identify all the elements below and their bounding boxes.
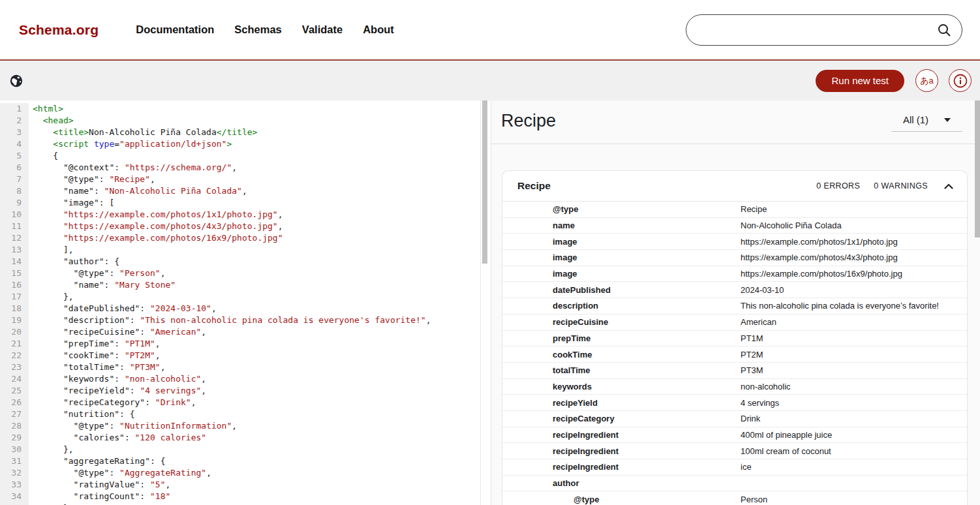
language-toggle-icon[interactable]: あa xyxy=(915,69,938,92)
property-name: description xyxy=(502,301,741,311)
line-number: 32 xyxy=(0,467,29,479)
code-text: "recipeCuisine": "American", xyxy=(29,326,206,338)
code-line: 22 "cookTime": "PT2M", xyxy=(0,350,491,361)
code-line: 20 "recipeCuisine": "American", xyxy=(0,326,491,338)
code-scrollbar-thumb[interactable] xyxy=(482,100,487,264)
results-scrollbar-thumb[interactable] xyxy=(975,100,980,237)
property-row: imagehttps://example.com/photos/1x1/phot… xyxy=(502,234,967,250)
property-value: ice xyxy=(741,462,752,472)
property-row: cookTimePT2M xyxy=(502,346,967,363)
property-name: recipeCuisine xyxy=(502,317,741,327)
property-value: American xyxy=(741,317,776,327)
line-number: 34 xyxy=(0,491,29,502)
property-row: recipeYield4 servings xyxy=(502,395,967,411)
line-number: 26 xyxy=(0,397,29,408)
property-value: 100ml cream of coconut xyxy=(741,446,831,456)
line-number: 13 xyxy=(0,244,29,256)
line-number: 8 xyxy=(0,185,29,197)
property-name: recipeIngredient xyxy=(502,430,741,440)
code-line: 33 "ratingValue": "5", xyxy=(0,479,491,491)
code-line: 24 "keywords": "non-alcoholic", xyxy=(0,373,491,385)
property-value: non-alcoholic xyxy=(741,382,791,391)
property-value: https://example.com/photos/4x3/photo.jpg xyxy=(741,252,898,262)
recipe-result-card: Recipe 0 ERRORS 0 WARNINGS @typeRecipena… xyxy=(502,170,968,505)
property-row: recipeCategoryDrink xyxy=(502,411,967,427)
code-line: 15 "@type": "Person", xyxy=(0,268,491,279)
code-text: "calories": "120 calories" xyxy=(29,432,206,444)
property-name: name xyxy=(502,221,741,230)
line-number: 12 xyxy=(0,232,29,244)
nav-link-documentation[interactable]: Documentation xyxy=(136,23,214,36)
line-number: 27 xyxy=(0,408,29,420)
results-panel: Recipe All (1) Recipe 0 ERRORS 0 WARNING… xyxy=(491,100,980,505)
code-text: "aggregateRating": { xyxy=(29,455,166,467)
errors-count: 0 ERRORS xyxy=(816,181,860,191)
line-number: 1 xyxy=(0,103,29,115)
search-input[interactable] xyxy=(686,14,962,46)
line-number: 33 xyxy=(0,479,29,491)
code-line: 7 "@type": "Recipe", xyxy=(0,174,491,185)
code-text: "keywords": "non-alcoholic", xyxy=(29,373,206,385)
line-number: 3 xyxy=(0,127,29,138)
code-editor[interactable]: 1<html>2 <head>3 <title>Non-Alcoholic Pi… xyxy=(0,100,491,505)
line-number: 30 xyxy=(0,444,29,455)
property-name: image xyxy=(502,237,741,247)
schema-org-logo[interactable]: Schema.org xyxy=(19,22,99,38)
line-number: 20 xyxy=(0,326,29,338)
property-name: recipeCategory xyxy=(502,414,741,423)
code-line: 6 "@context": "https://schema.org/", xyxy=(0,162,491,174)
type-filter-select[interactable]: All (1) xyxy=(891,114,962,132)
code-text: { xyxy=(29,150,58,162)
code-text: "description": "This non-alcoholic pina … xyxy=(29,314,431,326)
results-scrollbar xyxy=(975,100,980,505)
code-line: 1<html> xyxy=(0,103,491,115)
search-icon[interactable] xyxy=(936,22,952,38)
code-text: "author": { xyxy=(29,256,119,268)
code-line: 29 "calories": "120 calories" xyxy=(0,432,491,444)
line-number: 7 xyxy=(0,174,29,185)
property-row: author xyxy=(502,476,967,492)
nav-link-schemas[interactable]: Schemas xyxy=(234,23,281,36)
property-row: recipeIngredient400ml of pineapple juice xyxy=(502,427,967,444)
line-number: 4 xyxy=(0,138,29,150)
code-text: "recipeYield": "4 servings", xyxy=(29,385,206,397)
property-value: Person xyxy=(741,495,767,504)
code-scrollbar xyxy=(480,100,488,505)
property-value: PT1M xyxy=(741,333,763,343)
code-text: } xyxy=(29,502,69,505)
results-header: Recipe All (1) xyxy=(491,100,980,144)
info-icon[interactable] xyxy=(949,69,972,92)
line-number: 29 xyxy=(0,432,29,444)
code-text: <html> xyxy=(29,103,63,115)
line-number: 14 xyxy=(0,256,29,268)
run-new-test-button[interactable]: Run new test xyxy=(816,70,904,92)
nav-link-validate[interactable]: Validate xyxy=(302,23,343,36)
code-line: 31 "aggregateRating": { xyxy=(0,455,491,467)
validator-toolbar: Run new test あa xyxy=(0,61,980,100)
code-text: }, xyxy=(29,291,74,303)
nav-link-about[interactable]: About xyxy=(363,23,394,36)
code-line: 28 "@type": "NutritionInformation", xyxy=(0,420,491,432)
code-line: 23 "totalTime": "PT3M", xyxy=(0,361,491,373)
code-text: "@type": "Recipe", xyxy=(29,174,155,185)
property-value: https://example.com/photos/1x1/photo.jpg xyxy=(741,237,898,247)
property-name: author xyxy=(502,478,741,488)
code-text: "totalTime": "PT3M", xyxy=(29,361,166,373)
property-value: Non-Alcoholic Piña Colada xyxy=(741,221,842,230)
result-card-header[interactable]: Recipe 0 ERRORS 0 WARNINGS xyxy=(502,171,967,202)
line-number: 24 xyxy=(0,373,29,385)
property-name: @type xyxy=(502,204,741,214)
property-name: recipeYield xyxy=(502,398,741,408)
schema-org-validator-page: Schema.org DocumentationSchemasValidateA… xyxy=(0,0,980,505)
code-line: 17 }, xyxy=(0,291,491,303)
line-number: 25 xyxy=(0,385,29,397)
property-name: image xyxy=(502,269,741,279)
main-nav: DocumentationSchemasValidateAbout xyxy=(136,23,394,36)
chevron-up-icon[interactable] xyxy=(944,183,953,189)
code-line: 30 }, xyxy=(0,444,491,455)
code-text: "cookTime": "PT2M", xyxy=(29,350,161,361)
code-text: "ratingValue": "5", xyxy=(29,479,170,491)
property-row: @typeRecipe xyxy=(502,202,967,218)
code-text: "nutrition": { xyxy=(29,408,135,420)
property-row: @typePerson xyxy=(502,491,967,505)
